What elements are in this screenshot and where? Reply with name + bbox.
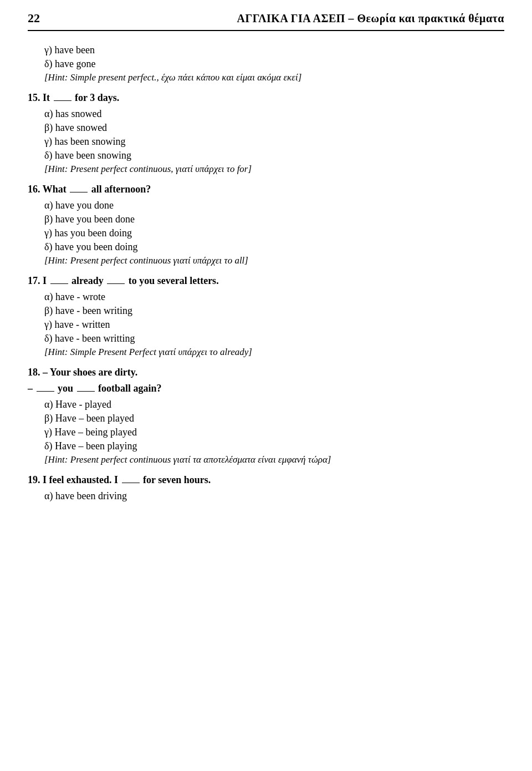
q18-option-delta: δ) Have – been playing: [44, 440, 504, 452]
q19-label: 19. I feel exhausted. I: [28, 474, 118, 485]
question-18: 18. – Your shoes are dirty. – you footba…: [28, 367, 504, 465]
q17-option-beta: β) have - been writing: [44, 305, 504, 317]
page-title: ΑΓΓΛΙΚΑ ΓΙΑ ΑΣΕΠ – Θεωρία και πρακτικά θ…: [237, 12, 504, 25]
q18-line1: 18. – Your shoes are dirty.: [28, 367, 504, 378]
prev-option-delta: δ) have gone: [44, 58, 504, 70]
question-19: 19. I feel exhausted. I for seven hours.…: [28, 474, 504, 502]
q17-option-gamma: γ) have - written: [44, 319, 504, 331]
q19-option-alpha: α) have been driving: [44, 490, 504, 502]
page-header: 22 ΑΓΓΛΙΚΑ ΓΙΑ ΑΣΕΠ – Θεωρία και πρακτικ…: [28, 11, 504, 31]
q19-rest: for seven hours.: [143, 474, 211, 485]
question-15: 15. It for 3 days. α) has snowed β) have…: [28, 92, 504, 175]
q17-option-alpha: α) have - wrote: [44, 291, 504, 303]
q16-label: 16. What: [28, 184, 66, 195]
prev-options: γ) have been δ) have gone [Hint: Simple …: [28, 44, 504, 83]
q17-blank2: [107, 283, 125, 284]
q15-option-beta: β) have snowed: [44, 122, 504, 134]
q18-blank2: [77, 391, 95, 392]
q17-text: 17. I already to you several letters.: [28, 275, 504, 287]
q15-option-alpha: α) has snowed: [44, 108, 504, 120]
q18-option-beta: β) Have – been played: [44, 413, 504, 424]
prev-option-gamma: γ) have been: [44, 44, 504, 56]
q16-blank: [70, 192, 88, 192]
q17-label: 17. I: [28, 275, 47, 286]
q16-option-alpha: α) have you done: [44, 200, 504, 211]
q17-middle: already: [71, 275, 104, 286]
page-number: 22: [28, 11, 40, 26]
q18-option-gamma: γ) Have – being played: [44, 427, 504, 438]
q17-blank1: [50, 283, 68, 284]
q16-option-beta: β) have you been done: [44, 214, 504, 225]
q15-hint: [Hint: Present perfect continuous, γιατί…: [44, 164, 504, 175]
prev-hint: [Hint: Simple present perfect., έχω πάει…: [44, 72, 504, 83]
q18-option-alpha: α) Have - played: [44, 399, 504, 410]
q19-text: 19. I feel exhausted. I for seven hours.: [28, 474, 504, 486]
q15-blank: [54, 100, 71, 101]
q18-hint: [Hint: Present perfect continuous γιατί …: [44, 454, 504, 465]
q17-option-delta: δ) have - been writting: [44, 333, 504, 344]
q18-dash: –: [28, 383, 33, 394]
q15-option-delta: δ) have been snowing: [44, 150, 504, 161]
q15-text: 15. It for 3 days.: [28, 92, 504, 104]
q18-you: you: [58, 383, 73, 394]
q18-post: football again?: [98, 383, 162, 394]
q17-rest: to you several letters.: [129, 275, 219, 286]
q15-option-gamma: γ) has been snowing: [44, 136, 504, 148]
q18-line2: – you football again?: [28, 383, 504, 394]
q19-blank: [122, 483, 140, 483]
question-17: 17. I already to you several letters. α)…: [28, 275, 504, 358]
q16-option-gamma: γ) has you been doing: [44, 227, 504, 239]
question-16: 16. What all afternoon? α) have you done…: [28, 184, 504, 266]
q17-hint: [Hint: Simple Present Perfect γιατί υπάρ…: [44, 347, 504, 358]
q15-label: 15. It: [28, 92, 50, 103]
q16-option-delta: δ) have you been doing: [44, 241, 504, 253]
q18-blank1: [37, 391, 54, 392]
q15-rest: for 3 days.: [75, 92, 119, 103]
q16-text: 16. What all afternoon?: [28, 184, 504, 195]
q16-hint: [Hint: Present perfect continuous γιατί …: [44, 255, 504, 266]
q16-rest: all afternoon?: [91, 184, 151, 195]
